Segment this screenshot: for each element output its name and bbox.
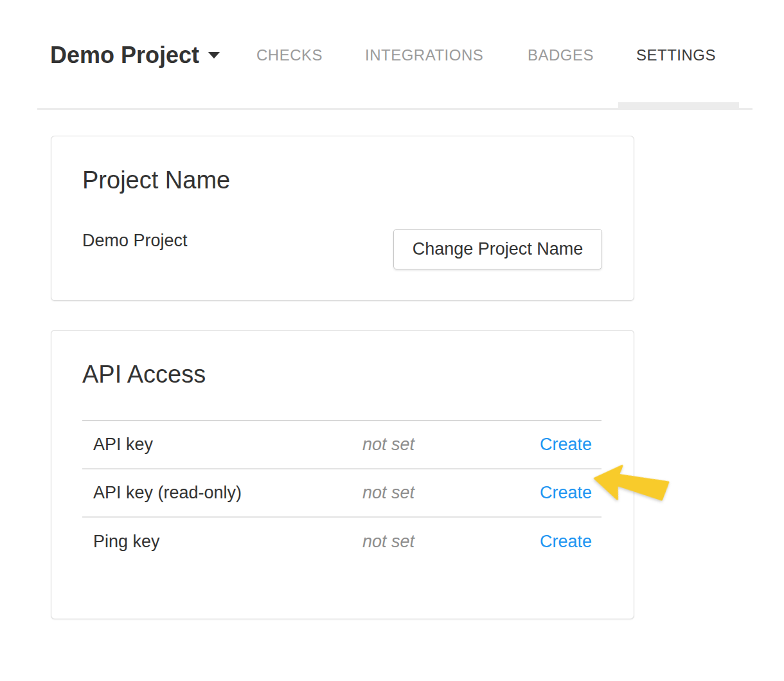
project-name-value: Demo Project (82, 230, 188, 251)
table-row-api-key-readonly: API key (read-only) not set Create (82, 469, 601, 518)
project-selector[interactable]: Demo Project (50, 44, 220, 67)
api-key-label: API key (82, 435, 362, 455)
caret-down-icon (208, 52, 220, 59)
ping-key-value: not set (362, 532, 485, 552)
api-key-create-link[interactable]: Create (540, 435, 592, 454)
project-name-card-title: Project Name (82, 167, 230, 194)
tab-integrations[interactable]: INTEGRATIONS (365, 48, 483, 63)
api-key-readonly-label: API key (read-only) (82, 483, 362, 503)
api-key-readonly-value: not set (362, 483, 485, 503)
table-row-api-key: API key not set Create (82, 421, 601, 469)
ping-key-create-link[interactable]: Create (540, 532, 592, 551)
api-access-card-title: API Access (82, 361, 206, 388)
project-selector-label: Demo Project (50, 42, 199, 68)
change-project-name-button[interactable]: Change Project Name (393, 229, 602, 269)
api-access-card: API Access API key not set Create API ke… (51, 330, 634, 619)
ping-key-label: Ping key (82, 532, 362, 552)
project-name-card: Project Name Demo Project Change Project… (51, 136, 634, 301)
tab-checks[interactable]: CHECKS (256, 48, 323, 63)
api-key-readonly-create-link[interactable]: Create (540, 483, 592, 502)
api-keys-table: API key not set Create API key (read-onl… (82, 420, 601, 566)
header-divider (37, 108, 753, 110)
api-key-value: not set (362, 435, 485, 455)
settings-page: Demo Project CHECKS INTEGRATIONS BADGES … (0, 0, 784, 681)
tab-settings[interactable]: SETTINGS (636, 48, 716, 63)
table-row-ping-key: Ping key not set Create (82, 518, 601, 566)
tab-badges[interactable]: BADGES (528, 48, 594, 63)
